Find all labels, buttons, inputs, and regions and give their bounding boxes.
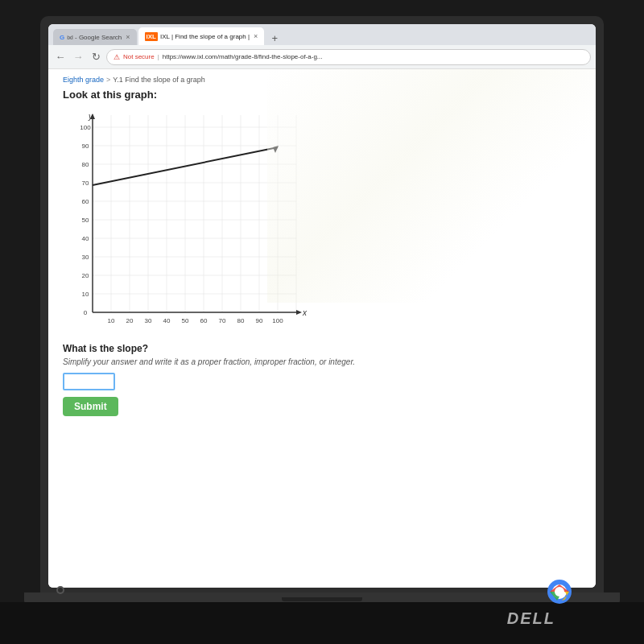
svg-text:40: 40 xyxy=(163,317,171,324)
breadcrumb: Eighth grade > Y.1 Find the slope of a g… xyxy=(63,76,581,84)
forward-button[interactable]: → xyxy=(71,51,85,63)
google-favicon: G xyxy=(60,34,64,41)
warning-icon: ⚠ xyxy=(114,53,120,61)
svg-text:y: y xyxy=(88,112,93,121)
svg-text:50: 50 xyxy=(182,317,189,324)
tab-google[interactable]: G ixl - Google Search × xyxy=(53,29,137,45)
tab-ixl-label: IXL | Find the slope of a graph | xyxy=(160,33,250,40)
submit-button[interactable]: Submit xyxy=(63,397,118,416)
power-button[interactable] xyxy=(56,586,64,594)
breadcrumb-separator: > xyxy=(106,76,110,84)
dell-logo: DELL xyxy=(507,609,555,628)
svg-text:10: 10 xyxy=(82,291,89,298)
svg-text:0: 0 xyxy=(84,309,88,316)
tab-ixl-close[interactable]: × xyxy=(254,32,258,40)
tab-google-close[interactable]: × xyxy=(126,33,130,41)
new-tab-button[interactable]: + xyxy=(267,31,282,45)
address-separator: | xyxy=(158,53,159,60)
svg-text:50: 50 xyxy=(82,217,89,224)
svg-text:100: 100 xyxy=(80,124,91,131)
answer-input[interactable] xyxy=(63,373,115,390)
svg-text:60: 60 xyxy=(200,317,208,324)
svg-text:70: 70 xyxy=(82,180,89,187)
page-title: Look at this graph: xyxy=(63,89,581,101)
chrome-logo xyxy=(547,580,572,604)
svg-text:20: 20 xyxy=(126,317,134,324)
svg-text:x: x xyxy=(302,308,308,317)
breadcrumb-parent[interactable]: Eighth grade xyxy=(63,76,104,84)
breadcrumb-current: Y.1 Find the slope of a graph xyxy=(113,76,204,84)
svg-text:80: 80 xyxy=(237,317,245,324)
back-button[interactable]: ← xyxy=(53,51,68,63)
question-section: What is the slope? Simplify your answer … xyxy=(63,343,581,416)
not-secure-label: Not secure xyxy=(123,53,155,60)
tab-ixl[interactable]: IXL IXL | Find the slope of a graph | × xyxy=(138,27,265,45)
browser-chrome: G ixl - Google Search × IXL IXL | Find t… xyxy=(48,24,596,69)
svg-text:100: 100 xyxy=(272,317,283,324)
svg-text:40: 40 xyxy=(82,235,89,242)
refresh-button[interactable]: ↻ xyxy=(89,51,103,63)
svg-point-53 xyxy=(555,588,564,596)
address-bar[interactable]: ⚠ Not secure | https://www.ixl.com/math/… xyxy=(106,49,591,65)
graph-container: y x 0 10 20 30 40 50 60 70 80 xyxy=(71,107,581,336)
svg-text:90: 90 xyxy=(82,142,89,150)
slope-question: What is the slope? xyxy=(63,343,581,354)
svg-text:90: 90 xyxy=(256,317,263,324)
svg-text:30: 30 xyxy=(145,317,152,324)
svg-marker-25 xyxy=(296,310,302,315)
page-content: Eighth grade > Y.1 Find the slope of a g… xyxy=(48,69,596,588)
address-text: https://www.ixl.com/math/grade-8/find-th… xyxy=(163,53,323,60)
svg-text:60: 60 xyxy=(82,198,89,205)
svg-text:20: 20 xyxy=(82,272,89,279)
instruction-text: Simplify your answer and write it as a p… xyxy=(63,357,581,366)
svg-text:80: 80 xyxy=(82,161,89,168)
ixl-favicon: IXL xyxy=(145,32,158,41)
tab-google-label: ixl - Google Search xyxy=(67,34,122,41)
graph-svg: y x 0 10 20 30 40 50 60 70 80 xyxy=(71,107,328,336)
svg-text:30: 30 xyxy=(82,254,89,261)
svg-text:70: 70 xyxy=(219,317,226,324)
svg-text:10: 10 xyxy=(108,317,115,324)
